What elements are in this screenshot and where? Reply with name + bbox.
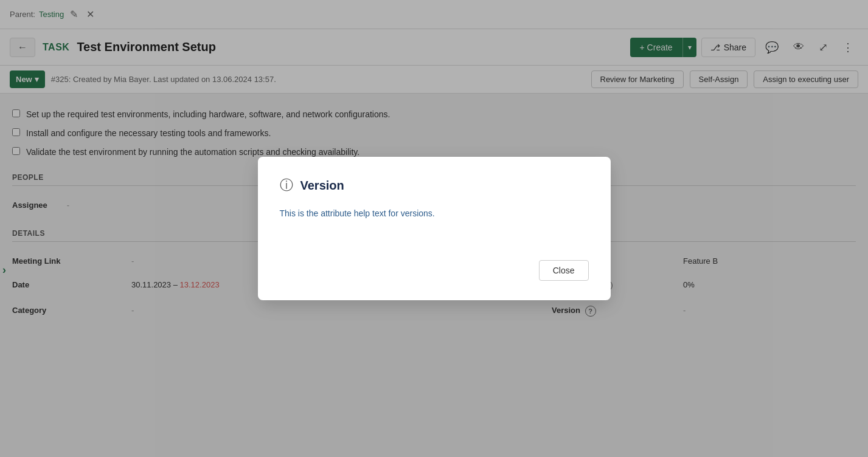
- modal-title: Version: [300, 179, 344, 193]
- modal-footer: Close: [280, 260, 589, 281]
- modal-help-icon: ⓘ: [280, 176, 293, 194]
- modal-title-row: ⓘ Version: [280, 176, 589, 194]
- modal-overlay[interactable]: ⓘ Version This is the attribute help tex…: [0, 0, 868, 448]
- version-modal: ⓘ Version This is the attribute help tex…: [258, 157, 611, 300]
- modal-body: This is the attribute help text for vers…: [280, 207, 589, 243]
- close-modal-button[interactable]: Close: [539, 260, 589, 281]
